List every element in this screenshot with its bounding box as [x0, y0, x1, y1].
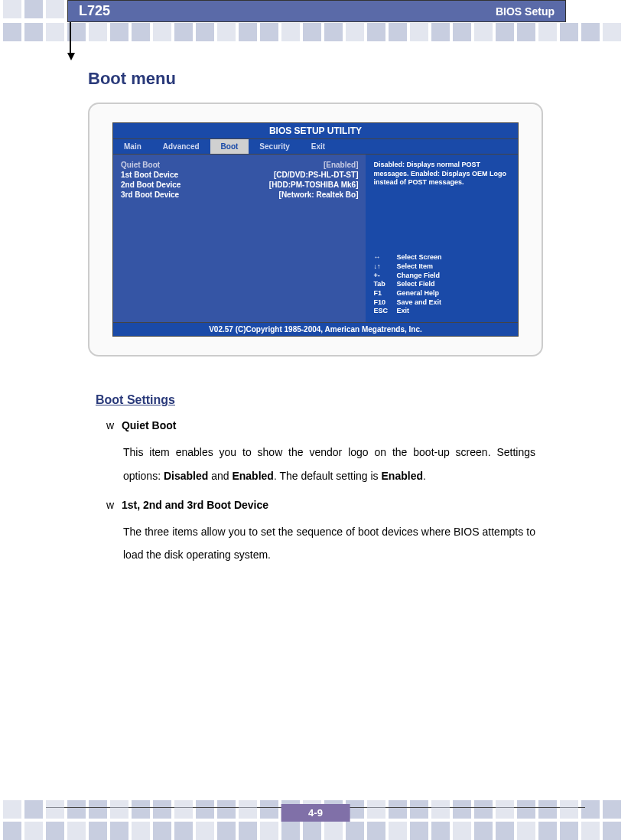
bios-help-text: Disabled: Displays normal POST messages.…: [373, 161, 510, 187]
model-label: L725: [79, 3, 110, 19]
bios-title: BIOS SETUP UTILITY: [112, 122, 519, 139]
bios-tab-exit: Exit: [301, 139, 336, 154]
bios-row: Quiet Boot [Enabled]: [121, 161, 358, 169]
section-label: BIOS Setup: [496, 5, 555, 18]
bios-window: BIOS SETUP UTILITY Main Advanced Boot Se…: [112, 122, 519, 337]
bios-value: [Network: Realtek Bo]: [279, 190, 359, 199]
boot-settings-heading: Boot Settings: [96, 393, 535, 407]
bios-label: Quiet Boot: [121, 161, 160, 169]
bios-tabs: Main Advanced Boot Security Exit: [112, 139, 519, 155]
setting-item: w Quiet Boot This item enables you to sh…: [106, 419, 535, 488]
arrow-icon: [67, 22, 73, 60]
bios-row: 2nd Boot Device [HDD:PM-TOSHIBA Mk6]: [121, 181, 358, 189]
bios-value: [Enabled]: [324, 161, 359, 169]
item-title: 1st, 2nd and 3rd Boot Device: [122, 499, 268, 511]
bios-screenshot: BIOS SETUP UTILITY Main Advanced Boot Se…: [88, 103, 543, 357]
page-title: Boot menu: [88, 69, 543, 89]
main-content: Boot menu BIOS SETUP UTILITY Main Advanc…: [88, 69, 543, 578]
bios-key-legend: ↔Select Screen ↓↑Select Item +-Change Fi…: [373, 253, 510, 316]
item-description: This item enables you to show the vendor…: [123, 441, 535, 488]
page-number: 4-9: [281, 804, 350, 822]
bios-row: 1st Boot Device [CD/DVD:PS-HL-DT-ST]: [121, 171, 358, 179]
bios-row: 3rd Boot Device [Network: Realtek Bo]: [121, 190, 358, 199]
bios-tab-security: Security: [249, 139, 300, 154]
bios-footer: V02.57 (C)Copyright 1985-2004, American …: [112, 323, 519, 337]
bios-settings-panel: Quiet Boot [Enabled] 1st Boot Device [CD…: [113, 155, 366, 322]
bios-value: [HDD:PM-TOSHIBA Mk6]: [269, 181, 359, 189]
bios-label: 3rd Boot Device: [121, 190, 179, 199]
bios-tab-main: Main: [113, 139, 152, 154]
item-title: Quiet Boot: [122, 419, 177, 431]
bios-label: 1st Boot Device: [121, 171, 178, 179]
bullet: w: [106, 499, 119, 511]
bios-label: 2nd Boot Device: [121, 181, 181, 189]
bios-help-panel: Disabled: Displays normal POST messages.…: [366, 155, 518, 322]
bullet: w: [106, 419, 119, 431]
header-bar: L725 BIOS Setup: [67, 0, 566, 22]
bios-tab-advanced: Advanced: [152, 139, 210, 154]
boot-settings-section: Boot Settings w Quiet Boot This item ena…: [88, 393, 543, 567]
setting-item: w 1st, 2nd and 3rd Boot Device The three…: [106, 499, 535, 568]
bios-value: [CD/DVD:PS-HL-DT-ST]: [274, 171, 359, 179]
item-description: The three items allow you to set the seq…: [123, 520, 535, 568]
bios-tab-boot: Boot: [210, 139, 249, 154]
